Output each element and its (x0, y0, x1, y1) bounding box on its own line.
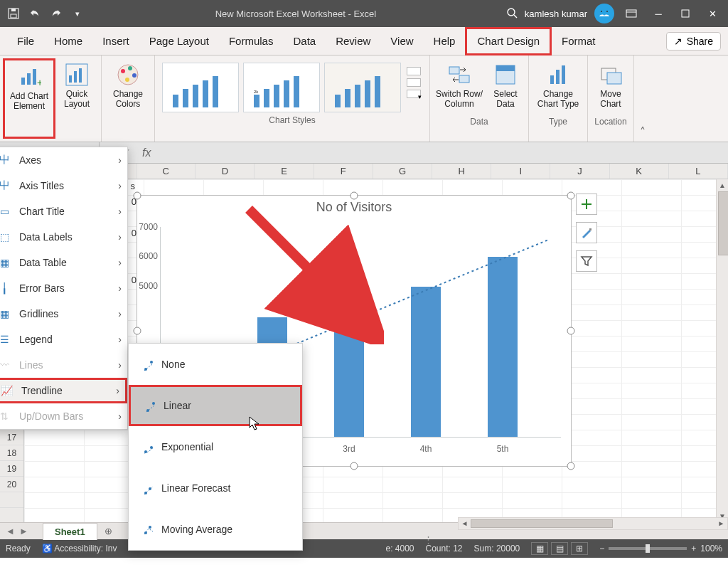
col-I[interactable]: I (491, 164, 550, 179)
chart-styles-more[interactable]: ▾ (405, 63, 422, 112)
change-chart-type-button[interactable]: Change Chart Type (532, 58, 584, 114)
tab-data[interactable]: Data (283, 27, 326, 55)
undo-icon[interactable] (27, 6, 43, 21)
chart-style-1[interactable] (162, 63, 239, 112)
menu-data-labels[interactable]: ⬚Data Labels› (0, 224, 127, 250)
fx-icon[interactable]: fx (136, 147, 148, 159)
search-icon[interactable] (506, 7, 518, 21)
tab-page-layout[interactable]: Page Layout (139, 27, 219, 55)
zoom-out-icon[interactable]: − (599, 544, 604, 554)
status-sum: Sum: 20000 (474, 544, 520, 554)
svg-rect-27 (213, 76, 218, 107)
row-20[interactable]: 20 (0, 477, 23, 492)
minimize-icon[interactable]: ─ (648, 4, 668, 23)
tab-file[interactable]: File (7, 27, 44, 55)
error-bars-icon: ╽ (0, 282, 11, 294)
row-17[interactable]: 17 (0, 430, 23, 445)
zoom-control[interactable]: − + 100% (599, 544, 722, 554)
col-J[interactable]: J (550, 164, 609, 179)
new-sheet-button[interactable]: ⊕ (97, 526, 119, 536)
redo-icon[interactable] (48, 6, 64, 21)
switch-row-column-button[interactable]: Switch Row/ Column (433, 58, 486, 114)
trendline-linear-forecast[interactable]: Linear Forecast (129, 467, 302, 509)
chart-style-3[interactable] (324, 63, 401, 112)
menu-error-bars[interactable]: ╽Error Bars› (0, 275, 127, 301)
chart-handle-n[interactable] (350, 192, 358, 200)
menu-data-table[interactable]: ▦Data Table› (0, 250, 127, 275)
menu-legend[interactable]: ☰Legend› (0, 327, 127, 352)
chart-handle-nw[interactable] (134, 192, 141, 200)
user-avatar[interactable] (594, 4, 614, 23)
chart-filter-button[interactable] (576, 250, 597, 272)
maximize-icon[interactable] (675, 4, 695, 23)
tab-format[interactable]: Format (552, 27, 606, 55)
trendline-moving-average[interactable]: Moving Average (129, 509, 302, 550)
scroll-left-icon[interactable]: ◄ (459, 518, 471, 529)
tab-insert[interactable]: Insert (92, 27, 139, 55)
scroll-right-icon[interactable]: ► (715, 518, 727, 529)
tab-home[interactable]: Home (44, 27, 92, 55)
move-chart-button[interactable]: Move Chart (591, 58, 631, 114)
vscroll-thumb[interactable] (718, 191, 728, 255)
tab-view[interactable]: View (380, 27, 423, 55)
tab-help[interactable]: Help (424, 27, 466, 55)
tab-formulas[interactable]: Formulas (219, 27, 284, 55)
tab-review[interactable]: Review (326, 27, 380, 55)
col-L[interactable]: L (669, 164, 728, 179)
chart-elements-button[interactable] (576, 194, 597, 215)
hscroll-thumb[interactable] (471, 519, 613, 528)
row-18[interactable]: 18 (0, 445, 23, 461)
close-icon[interactable]: ✕ (702, 4, 722, 23)
menu-axis-titles[interactable]: ⼬Axis Titles› (0, 173, 127, 198)
chart-styles-gallery[interactable]: 2k ▾ (158, 58, 427, 112)
col-K[interactable]: K (610, 164, 669, 179)
chart-handle-e[interactable] (567, 327, 575, 335)
add-chart-element-button[interactable]: + Add Chart Element (3, 58, 55, 139)
share-button[interactable]: ↗Share (666, 32, 721, 51)
sheet-nav-prev-icon[interactable]: ◄ (6, 526, 15, 536)
select-data-button[interactable]: Select Data (486, 58, 525, 114)
col-C[interactable]: C (136, 164, 196, 179)
view-page-break-button[interactable]: ⊞ (571, 542, 588, 555)
qat-dropdown-icon[interactable]: ▾ (70, 6, 85, 21)
menu-chart-title[interactable]: ▭Chart Title› (0, 198, 127, 224)
quick-layout-button[interactable]: Quick Layout (55, 58, 98, 139)
split-handle-icon[interactable]: ⋮ (424, 534, 434, 545)
zoom-level[interactable]: 100% (700, 544, 722, 554)
menu-gridlines[interactable]: ▦Gridlines› (0, 301, 127, 327)
col-D[interactable]: D (196, 164, 255, 179)
zoom-in-icon[interactable]: + (691, 544, 696, 554)
menu-axes[interactable]: ⼬Axes› (0, 147, 127, 173)
chart-handle-ne[interactable] (567, 192, 575, 200)
chart-style-2[interactable]: 2k (243, 63, 320, 112)
view-normal-button[interactable]: ▦ (531, 542, 548, 555)
user-name[interactable]: kamlesh kumar (525, 9, 587, 19)
horizontal-scrollbar[interactable]: ◄ ► (458, 517, 728, 530)
row-19[interactable]: 19 (0, 461, 23, 477)
col-H[interactable]: H (432, 164, 491, 179)
trendline-none[interactable]: None (129, 344, 302, 385)
chart-styles-button[interactable] (576, 222, 597, 243)
chart-handle-w[interactable] (134, 327, 141, 335)
col-G[interactable]: G (373, 164, 432, 179)
sheet-tab-sheet1[interactable]: Sheet1 (43, 523, 97, 540)
scroll-up-icon[interactable]: ▲ (717, 179, 728, 191)
tab-chart-design[interactable]: Chart Design (465, 27, 552, 55)
view-page-layout-button[interactable]: ▤ (551, 542, 568, 555)
vertical-scrollbar[interactable]: ▲ ▼ (716, 179, 728, 522)
trendline-linear[interactable]: Linear (129, 385, 302, 426)
chart-handle-s[interactable] (350, 462, 358, 470)
collapse-ribbon-icon[interactable]: ˄ (634, 55, 651, 142)
change-colors-button[interactable]: Change Colors (105, 58, 151, 114)
save-icon[interactable] (6, 6, 21, 21)
ribbon-display-icon[interactable] (621, 4, 641, 23)
trendline-exponential[interactable]: Exponential (129, 426, 302, 467)
change-chart-type-icon (546, 63, 570, 87)
chart-handle-se[interactable] (567, 462, 575, 470)
sheet-nav-next-icon[interactable]: ► (19, 526, 28, 536)
accessibility-status[interactable]: ♿ Accessibility: Inv (42, 544, 117, 554)
col-F[interactable]: F (314, 164, 373, 179)
col-E[interactable]: E (255, 164, 314, 179)
chart-title[interactable]: No of Visitors (137, 200, 571, 215)
menu-trendline[interactable]: 📈Trendline› (0, 378, 127, 403)
